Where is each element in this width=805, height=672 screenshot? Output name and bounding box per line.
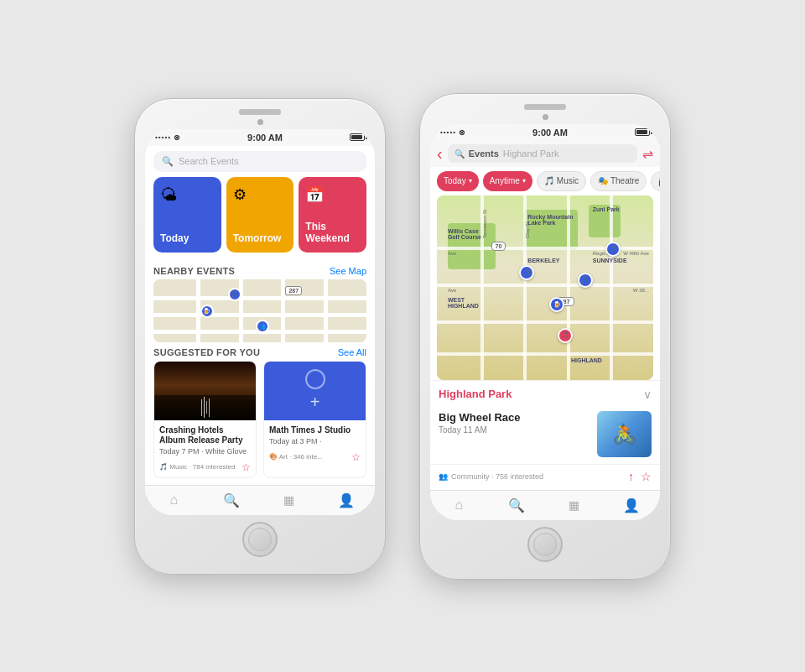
nav-bar-2: ‹ 🔍 Events Highand Park ⇌: [430, 141, 660, 167]
map-pin-music-4: 🎵: [605, 242, 621, 257]
result-section-header: Highland Park ∨: [430, 380, 660, 404]
filter-music[interactable]: 🎵 Music: [537, 171, 586, 191]
map-pin-drink: 🍺: [549, 297, 564, 312]
signal-2: ••••• ⊗: [440, 128, 465, 137]
search-placeholder-1: Search Events: [179, 156, 239, 166]
large-map[interactable]: Willis CaseGolf Course Rocky MountainLak…: [437, 195, 653, 380]
event-card-1[interactable]: Crashing Hotels Album Release Party Toda…: [153, 361, 257, 478]
status-bar-2: ••••• ⊗ 9:00 AM: [430, 124, 660, 141]
road-h-4: [437, 352, 653, 356]
profile-icon-1: 👤: [338, 492, 355, 508]
battery-area-1: [350, 133, 365, 141]
nav-search-1[interactable]: 🔍: [203, 491, 261, 510]
map-background-1: 🎵 🍺 👥 287: [153, 279, 366, 342]
suggested-section-header: SUGGESTED FOR YOU See All: [145, 342, 375, 361]
home-button-inner-1: [248, 528, 272, 551]
nav-profile-2[interactable]: 👤: [603, 496, 661, 515]
time-1: 9:00 AM: [247, 133, 283, 143]
chevron-down-icon[interactable]: ∨: [643, 388, 652, 401]
ave-label-1: Ave: [448, 251, 456, 256]
golf-label: Willis CaseGolf Course: [448, 228, 481, 240]
tile-weekend-icon: 📅: [305, 185, 360, 204]
scene: ••••• ⊗ 9:00 AM 🔍 Search Events: [109, 68, 696, 605]
search-nav-icon-2: 🔍: [508, 497, 525, 513]
filter-camera[interactable]: 📷: [651, 171, 660, 191]
event-cards: Crashing Hotels Album Release Party Toda…: [145, 361, 375, 485]
filter-theatre[interactable]: 🎭 Theatre: [590, 171, 647, 191]
event-card-2-meta: Today at 3 PM ·: [269, 437, 361, 445]
home-button-2[interactable]: [527, 527, 563, 562]
filter-anytime[interactable]: Anytime ▾: [483, 171, 532, 191]
search-bar-1[interactable]: 🔍 Search Events: [153, 151, 366, 172]
event-card-1-title: Crashing Hotels Album Release Party: [159, 425, 251, 445]
filter-icon-2[interactable]: ⇌: [642, 146, 653, 162]
status-bar-1: ••••• ⊗ 9:00 AM: [145, 129, 375, 146]
phone-screen-1: ••••• ⊗ 9:00 AM 🔍 Search Events: [145, 129, 375, 515]
road-v4: [324, 279, 328, 342]
tile-today[interactable]: 🌤 Today: [153, 177, 221, 253]
filter-theatre-label: Theatre: [610, 176, 639, 185]
tile-weekend[interactable]: 📅 This Weekend: [299, 177, 366, 253]
event-card-2-title: Math Times J Studio: [269, 425, 361, 435]
event-tags-1: 👥 Community · 756 interested: [439, 472, 543, 481]
search-nav-icon-1: 🔍: [223, 492, 240, 508]
event-card-1-image: [154, 362, 256, 420]
nav-home-1[interactable]: ⌂: [145, 491, 203, 510]
sunnyside-label: SUNNYSIDE: [593, 258, 627, 263]
bookmark-icon-1[interactable]: ☆: [641, 470, 652, 483]
filter-today-arrow: ▾: [469, 177, 472, 185]
w38-label: W 38...: [633, 288, 649, 293]
nav-home-2[interactable]: ⌂: [430, 496, 488, 515]
highland-label: HIGHLAND: [571, 357, 602, 363]
share-icon-1[interactable]: ↑: [628, 470, 634, 483]
signal-1: ••••• ⊗: [155, 133, 180, 142]
event-actions-1: ↑ ☆: [628, 470, 652, 483]
star-icon-2[interactable]: ☆: [351, 451, 361, 463]
road-h-3: [437, 320, 653, 324]
tile-tomorrow-label: Tomorrow: [233, 232, 288, 244]
event-list-item-1[interactable]: Big Wheel Race Today 11 AM 🚴: [430, 404, 660, 465]
map-pin-music-3: 🎵: [578, 273, 593, 288]
event-info-1: Big Wheel Race Today 11 AM: [439, 411, 589, 435]
wifi-icon-2: ⊗: [459, 128, 465, 137]
search-location: Highand Park: [503, 148, 559, 159]
star-icon-1[interactable]: ☆: [242, 461, 251, 473]
road-v-4: [610, 195, 613, 380]
event-card-2-image: +: [264, 362, 366, 420]
tile-today-icon: 🌤: [160, 185, 215, 205]
calendar-icon-1: ▦: [283, 493, 294, 507]
battery-icon-1: [350, 133, 365, 141]
event-card-1-tag: 🎵 Music · 784 interested: [159, 463, 235, 471]
map-pin-music-1: 🎵: [519, 265, 534, 280]
west-highland-label: WESTHIGHLAND: [448, 297, 479, 309]
events-search-bar[interactable]: 🔍 Events Highand Park: [448, 144, 637, 163]
filter-anytime-label: Anytime: [490, 176, 520, 185]
see-map-link[interactable]: See Map: [330, 266, 366, 276]
event-footer-1: 👥 Community · 756 interested ↑ ☆: [430, 465, 660, 490]
event-card-2[interactable]: + Math Times J Studio Today at 3 PM · 🎨 …: [263, 361, 366, 478]
road-h-1: [437, 247, 653, 250]
map-pin-2: 🍺: [200, 305, 214, 318]
nearby-map[interactable]: 🎵 🍺 👥 287: [153, 279, 366, 342]
tile-today-label: Today: [160, 232, 215, 244]
zuni-label: Zuni Park: [593, 206, 620, 212]
home-button-1[interactable]: [242, 522, 278, 557]
phone-2: ••••• ⊗ 9:00 AM ‹ 🔍 Events: [419, 93, 671, 580]
event-card-2-info: Math Times J Studio Today at 3 PM ·: [264, 420, 366, 449]
see-all-link[interactable]: See All: [338, 347, 366, 357]
battery-area-2: [635, 128, 650, 136]
nav-calendar-2[interactable]: ▦: [545, 496, 603, 515]
filter-chips: Today ▾ Anytime ▾ 🎵 Music 🎭 Theatre: [430, 167, 660, 195]
events-search-icon: 🔍: [454, 149, 465, 159]
nav-calendar-1[interactable]: ▦: [260, 491, 318, 510]
nav-search-2[interactable]: 🔍: [488, 496, 546, 515]
back-button-2[interactable]: ‹: [437, 144, 443, 164]
bottom-nav-2: ⌂ 🔍 ▦ 👤: [430, 490, 660, 520]
road-v2: [239, 279, 243, 342]
screen-1: ••••• ⊗ 9:00 AM 🔍 Search Events: [145, 129, 375, 515]
nav-profile-1[interactable]: 👤: [318, 491, 376, 510]
tile-tomorrow[interactable]: ⚙ Tomorrow: [226, 177, 294, 253]
speaker-2: [524, 104, 566, 110]
community-icon: 👥: [439, 472, 448, 481]
filter-today[interactable]: Today ▾: [437, 171, 479, 191]
